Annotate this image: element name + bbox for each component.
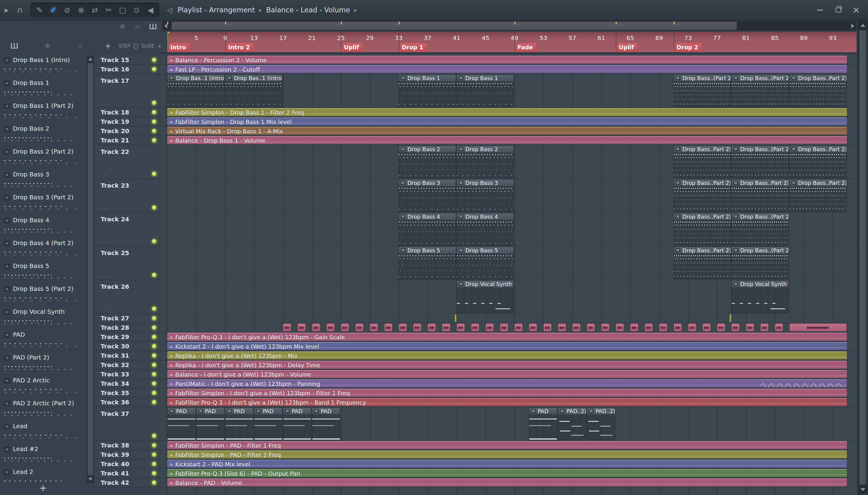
- track-enable-led[interactable]: [152, 391, 157, 395]
- picker-item-drop-bass-1-part-2-[interactable]: ≡Drop Bass 1 (Part 2): [1, 101, 86, 124]
- track-enable-led[interactable]: [152, 363, 157, 367]
- playlist-lane-track-34[interactable]: ∞PanOMatic - I don't give a (Wet) 123bpm…: [161, 379, 856, 388]
- audio-clip[interactable]: ▶▶: [572, 323, 580, 331]
- time-marker-uplif[interactable]: Uplif: [616, 43, 637, 52]
- track-enable-led[interactable]: [152, 433, 157, 438]
- diamonds-icon[interactable]: ❖: [119, 22, 126, 31]
- track-enable-led[interactable]: [152, 480, 157, 485]
- audio-clip[interactable]: ▶▶: [297, 323, 306, 331]
- playlist-lane-track-17[interactable]: ≡Drop Bas..1 (Intro)≡Drop Bas..1 (Intro)…: [161, 74, 856, 108]
- audio-clip[interactable]: ▶▶: [659, 323, 667, 331]
- pattern-clip[interactable]: ≡Drop Bass..(Part 2): [732, 246, 789, 279]
- horizontal-scrollbar[interactable]: [162, 21, 856, 31]
- pattern-clip[interactable]: ≡Drop Bass 4: [457, 213, 514, 245]
- automation-clip[interactable]: ∞PanOMatic - I don't give a (Wet) 123bpm…: [167, 379, 847, 388]
- track-enable-led[interactable]: [152, 335, 157, 339]
- automation-clip[interactable]: ∞FabFilter Simplon - Drop Bass 1 Mix lev…: [167, 117, 847, 125]
- playlist-lane-track-38[interactable]: ∞FabFilter Simplon - PAD - Filter 1 Freq: [161, 441, 856, 450]
- track-enable-led[interactable]: [152, 453, 157, 457]
- automation-clip[interactable]: ∞Kickstart 2 - PAD Mix level: [167, 460, 847, 468]
- picker-item-pad-part-2-[interactable]: ≡PAD (Part 2): [1, 353, 86, 376]
- playlist-lane-track-28[interactable]: ▶▶▶▶▶▶▶▶▶▶▶▶▶▶▶▶▶▶▶▶▶▶▶▶▶▶▶▶▶▶▶▶▶▶▶▶▶▶▶▶…: [161, 323, 856, 332]
- pattern-clip[interactable]: ≡PAD: [312, 407, 340, 440]
- playlist-lane-track-19[interactable]: ∞FabFilter Simplon - Drop Bass 1 Mix lev…: [161, 117, 856, 126]
- audio-clip[interactable]: ▶▶: [630, 323, 638, 331]
- time-marker-fade[interactable]: Fade: [514, 43, 537, 52]
- pattern-clip[interactable]: ≡Drop Bass 5: [399, 246, 456, 279]
- track-header-track-15[interactable]: Track 15...: [94, 55, 161, 65]
- maximize-button[interactable]: [833, 5, 843, 15]
- track-enable-led[interactable]: [152, 172, 157, 176]
- track-header-track-39[interactable]: Track 39...: [94, 450, 161, 459]
- track-enable-led[interactable]: [152, 381, 157, 386]
- slice-tool-icon[interactable]: ✂: [102, 6, 116, 15]
- audio-clip[interactable]: ▶▶: [500, 323, 508, 331]
- zoom-tool-icon[interactable]: ⊙: [130, 6, 144, 15]
- pattern-clip[interactable]: ≡Drop Bass 1: [457, 74, 514, 107]
- audio-clip[interactable]: ▶▶: [529, 323, 537, 331]
- track-enable-led[interactable]: [152, 354, 157, 358]
- picker-item-drop-bass-1[interactable]: ≡Drop Bass 1: [1, 78, 86, 101]
- picker-item-drop-bass-2[interactable]: ≡Drop Bass 2: [1, 124, 86, 147]
- audio-clip[interactable]: ▶▶: [428, 323, 436, 331]
- audio-clip[interactable]: ▶▶: [732, 323, 740, 331]
- pattern-clip[interactable]: ≡Drop Bas..1 (Intro): [167, 74, 225, 107]
- scrollbar-handle[interactable]: [859, 30, 867, 485]
- pattern-clip[interactable]: ≡PAD: [225, 407, 253, 440]
- audio-clip[interactable]: ▶▶: [674, 323, 682, 331]
- picker-item-pad-2-arctic-part-2-[interactable]: ≡PAD 2 Arctic (Part 2): [1, 399, 86, 422]
- audio-clip[interactable]: ▶▶: [413, 323, 421, 331]
- pattern-clip[interactable]: ≡Drop Bass 1: [399, 74, 456, 107]
- picker-panel-icon[interactable]: Ш: [10, 41, 18, 50]
- automation-clip[interactable]: ∞Replika - I don't give a (Wet) 123bpm -…: [167, 352, 847, 359]
- timeline-ruler[interactable]: 5913172125293337414549535761656973778185…: [161, 32, 856, 53]
- audio-clip[interactable]: ▶▶: [601, 323, 609, 331]
- pattern-clip[interactable]: ≡Drop Bass..(Part 2): [732, 74, 789, 107]
- track-header-track-36[interactable]: Track 36...: [94, 398, 161, 407]
- track-header-track-41[interactable]: Track 41...: [94, 469, 161, 478]
- track-enable-led[interactable]: [152, 120, 157, 124]
- track-header-track-35[interactable]: Track 35...: [94, 388, 161, 398]
- track-enable-led[interactable]: [152, 101, 157, 105]
- automation-clip[interactable]: ∞FabFilter Pro-Q 3 (Slot 6) - PAD - Outp…: [167, 469, 847, 477]
- automation-clip[interactable]: ∞Balance - PAD - Volume: [167, 478, 847, 487]
- close-button[interactable]: [851, 5, 862, 15]
- time-marker-drop-1[interactable]: Drop 1: [399, 43, 427, 52]
- picker-item-drop-bass-4[interactable]: ≡Drop Bass 4: [1, 216, 86, 238]
- pattern-clip[interactable]: ≡Drop Bas..1 (Intro): [225, 74, 282, 107]
- pattern-clip[interactable]: ≡Drop Vocal Synth: [732, 280, 789, 313]
- track-enable-led[interactable]: [152, 67, 157, 72]
- time-marker-intro-2[interactable]: Intro 2: [225, 43, 253, 52]
- picker-scrollbar[interactable]: [87, 55, 94, 483]
- playlist-lane-track-31[interactable]: ∞Replika - I don't give a (Wet) 123bpm -…: [161, 351, 856, 360]
- clip-stub[interactable]: [455, 314, 457, 322]
- playlist-lane-track-37[interactable]: ≡PAD≡PAD≡PAD≡PAD≡PAD≡PAD≡PAD≡PAD..2)≡PAD…: [161, 407, 856, 441]
- track-enable-led[interactable]: [152, 205, 157, 210]
- pattern-clip[interactable]: ≡Drop Vocal Synth: [457, 280, 514, 313]
- track-enable-led[interactable]: [152, 316, 157, 321]
- audio-clip[interactable]: ▶▶: [775, 323, 783, 331]
- track-header-track-19[interactable]: Track 19...: [94, 117, 161, 126]
- mute-tool-icon[interactable]: ⊗: [74, 6, 88, 15]
- track-header-track-32[interactable]: Track 32...: [94, 360, 161, 370]
- picker-item-drop-bass-3-part-2-[interactable]: ≡Drop Bass 3 (Part 2): [1, 193, 86, 216]
- pattern-clip[interactable]: ≡Drop Bass 4: [399, 213, 456, 245]
- playlist-lane-track-15[interactable]: ∞Balance - Percussion 2 - Volume: [161, 55, 856, 65]
- pattern-clip[interactable]: ≡Drop Bass 5: [457, 246, 514, 279]
- pattern-clip[interactable]: ≡Drop Bass..Part 2): [732, 179, 789, 212]
- pattern-clip[interactable]: ≡Drop Bass..Part 2): [674, 246, 731, 279]
- picker-item-lead-2[interactable]: ≡Lead 2: [1, 467, 86, 483]
- picker-item-lead-2[interactable]: ≡Lead #2: [1, 444, 86, 467]
- audio-clip[interactable]: ▶▶: [486, 323, 494, 331]
- pattern-clip[interactable]: ≡Drop Bass..(Part 2): [674, 74, 731, 107]
- link-icon[interactable]: ∞: [134, 22, 141, 31]
- audio-clip[interactable]: ▶▶: [587, 323, 595, 331]
- audio-clip[interactable]: ▶▶: [558, 323, 566, 331]
- audio-clip[interactable]: ▶▶: [326, 323, 334, 331]
- playlist-lane-track-42[interactable]: ∞Balance - PAD - Volume: [161, 478, 856, 488]
- track-header-track-16[interactable]: Track 16...: [94, 65, 161, 74]
- delete-tool-icon[interactable]: ⊘: [60, 6, 74, 15]
- track-enable-led[interactable]: [152, 344, 157, 349]
- audio-clip[interactable]: ▶▶: [760, 323, 769, 331]
- pattern-clip[interactable]: ≡Drop Bass..Part 2): [789, 146, 847, 178]
